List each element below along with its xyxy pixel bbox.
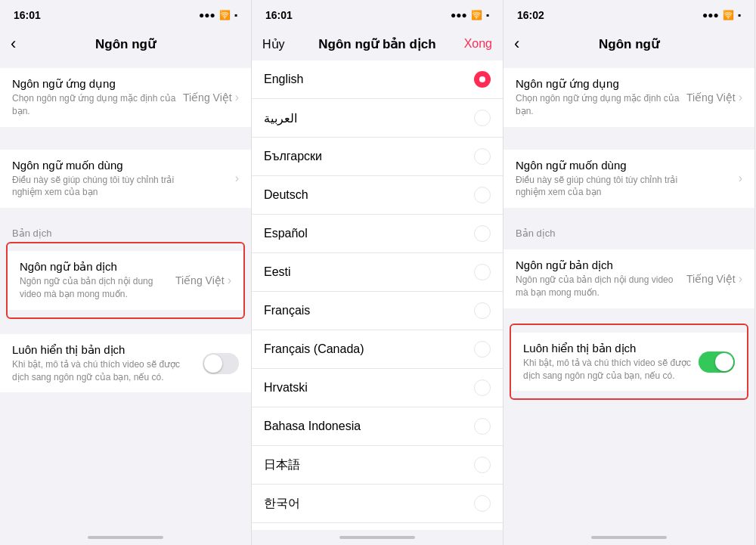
lang-name-francais-ca: Français (Canada) bbox=[264, 342, 364, 356]
lang-item-bulgarian[interactable]: Български bbox=[252, 138, 503, 176]
lang-item-lithuanian[interactable]: Lietuvių bbox=[252, 523, 503, 530]
radio-eesti[interactable] bbox=[474, 264, 491, 280]
lang-name-francais: Français bbox=[264, 304, 310, 317]
nav-title-2: Ngôn ngữ bản dịch bbox=[318, 36, 435, 52]
always-show-row: Luôn hiển thị bản dịch Khi bật, mô tả và… bbox=[0, 334, 251, 393]
radio-bahasa[interactable] bbox=[474, 418, 491, 435]
radio-korean[interactable] bbox=[474, 495, 491, 512]
lang-item-japanese[interactable]: 日本語 bbox=[252, 446, 503, 485]
home-indicator-2 bbox=[252, 530, 503, 545]
time-1: 16:01 bbox=[14, 9, 41, 21]
app-language-value: Tiếng Việt bbox=[183, 91, 232, 104]
app-language-row-3[interactable]: Ngôn ngữ ứng dụng Chọn ngôn ngữ ứng dụng… bbox=[503, 68, 754, 127]
panel-3: 16:02 ●●● 🛜 ▪ ‹ Ngôn ngữ Ngôn ngữ ứng dụ… bbox=[503, 0, 755, 545]
nav-bar-3: ‹ Ngôn ngữ bbox=[503, 27, 754, 60]
radio-english[interactable] bbox=[474, 71, 491, 88]
status-bar-2: 16:01 ●●● 🛜 ▪ bbox=[252, 0, 503, 27]
translation-language-chevron-3: › bbox=[739, 272, 742, 286]
preferred-language-section: Ngôn ngữ muốn dùng Điều này sẽ giúp chún… bbox=[0, 150, 251, 209]
nav-bar-2: Hủy Ngôn ngữ bản dịch Xong bbox=[252, 27, 503, 60]
translation-label-1: Bản dịch bbox=[0, 223, 251, 242]
lang-item-francais-ca[interactable]: Français (Canada) bbox=[252, 330, 503, 369]
translation-language-section-3: Ngôn ngữ bản dịch Ngôn ngữ của bản dịch … bbox=[503, 249, 754, 308]
signal-icon-2: ●●● bbox=[451, 10, 467, 20]
radio-hrvatski[interactable] bbox=[474, 379, 491, 396]
always-show-left-3: Luôn hiển thị bản dịch Khi bật, mô tả và… bbox=[523, 342, 699, 382]
radio-deutsch[interactable] bbox=[474, 187, 491, 203]
app-language-value-3: Tiếng Việt bbox=[686, 91, 736, 104]
radio-espanol[interactable] bbox=[474, 225, 491, 242]
battery-icon-2: ▪ bbox=[486, 10, 489, 20]
always-show-subtitle-3: Khi bật, mô tả và chú thích video sẽ đượ… bbox=[523, 357, 699, 382]
app-language-right: Tiếng Việt › bbox=[183, 91, 239, 104]
lang-name-hrvatski: Hrvatski bbox=[264, 381, 308, 395]
radio-francais[interactable] bbox=[474, 302, 491, 319]
gap-1 bbox=[0, 135, 251, 142]
status-bar-3: 16:02 ●●● 🛜 ▪ bbox=[503, 0, 754, 27]
status-icons-2: ●●● 🛜 ▪ bbox=[451, 10, 489, 20]
preferred-language-left: Ngôn ngữ muốn dùng Điều này sẽ giúp chún… bbox=[12, 159, 235, 200]
language-list: English العربية Български Deutsch Españo… bbox=[252, 60, 503, 530]
lang-name-arabic: العربية bbox=[264, 111, 297, 125]
app-language-title: Ngôn ngữ ứng dụng bbox=[12, 77, 183, 91]
lang-item-korean[interactable]: 한국어 bbox=[252, 485, 503, 523]
translation-language-row[interactable]: Ngôn ngữ bản dịch Ngôn ngữ của bản dịch … bbox=[8, 251, 243, 310]
always-show-toggle-1[interactable] bbox=[203, 353, 239, 374]
gap-3 bbox=[0, 319, 251, 327]
lang-item-arabic[interactable]: العربية bbox=[252, 99, 503, 138]
always-show-highlight-box: Luôn hiển thị bản dịch Khi bật, mô tả và… bbox=[510, 324, 748, 401]
cancel-button[interactable]: Hủy bbox=[262, 37, 285, 51]
lang-item-deutsch[interactable]: Deutsch bbox=[252, 176, 503, 215]
signal-icon-1: ●●● bbox=[199, 10, 215, 20]
home-indicator-3 bbox=[503, 530, 754, 545]
translation-language-left-3: Ngôn ngữ bản dịch Ngôn ngữ của bản dịch … bbox=[516, 259, 686, 299]
lang-name-korean: 한국어 bbox=[264, 496, 300, 512]
always-show-left: Luôn hiển thị bản dịch Khi bật, mô tả và… bbox=[12, 343, 203, 384]
nav-bar-1: ‹ Ngôn ngữ bbox=[0, 27, 251, 60]
lang-item-bahasa[interactable]: Bahasa Indonesia bbox=[252, 407, 503, 446]
always-show-row-3: Luôn hiển thị bản dịch Khi bật, mô tả và… bbox=[511, 333, 747, 392]
translation-language-right: Tiếng Việt › bbox=[175, 274, 231, 287]
content-2: English العربية Български Deutsch Españo… bbox=[252, 60, 503, 530]
lang-item-english[interactable]: English bbox=[252, 60, 503, 99]
radio-francais-ca[interactable] bbox=[474, 341, 491, 358]
back-button-1[interactable]: ‹ bbox=[11, 34, 16, 54]
translation-label-3: Bản dịch bbox=[503, 223, 754, 242]
lang-item-eesti[interactable]: Eesti bbox=[252, 253, 503, 292]
always-show-toggle-3[interactable] bbox=[699, 351, 735, 373]
translation-language-row-3[interactable]: Ngôn ngữ bản dịch Ngôn ngữ của bản dịch … bbox=[503, 249, 754, 308]
preferred-language-row-3[interactable]: Ngôn ngữ muốn dùng Điều này sẽ giúp chún… bbox=[503, 150, 754, 209]
lang-name-japanese: 日本語 bbox=[264, 457, 300, 473]
radio-arabic[interactable] bbox=[474, 110, 491, 126]
status-icons-1: ●●● 🛜 ▪ bbox=[199, 10, 237, 20]
lang-name-english: English bbox=[264, 73, 303, 86]
lang-item-hrvatski[interactable]: Hrvatski bbox=[252, 369, 503, 407]
preferred-language-right-3: › bbox=[739, 172, 742, 185]
preferred-language-subtitle-3: Điều này sẽ giúp chúng tôi tùy chỉnh trả… bbox=[516, 174, 697, 200]
status-icons-3: ●●● 🛜 ▪ bbox=[702, 10, 741, 20]
app-language-row[interactable]: Ngôn ngữ ứng dụng Chọn ngôn ngữ ứng dụng… bbox=[0, 68, 251, 127]
app-language-left: Ngôn ngữ ứng dụng Chọn ngôn ngữ ứng dụng… bbox=[12, 77, 183, 118]
status-bar-1: 16:01 ●●● 🛜 ▪ bbox=[0, 0, 251, 27]
back-button-3[interactable]: ‹ bbox=[514, 34, 519, 54]
gap-5 bbox=[503, 215, 754, 223]
lang-name-espanol: Español bbox=[264, 227, 308, 240]
preferred-language-row[interactable]: Ngôn ngữ muốn dùng Điều này sẽ giúp chún… bbox=[0, 150, 251, 209]
preferred-language-left-3: Ngôn ngữ muốn dùng Điều này sẽ giúp chún… bbox=[516, 159, 739, 200]
translation-language-section: Ngôn ngữ bản dịch Ngôn ngữ của bản dịch … bbox=[8, 251, 243, 310]
always-show-section-3: Luôn hiển thị bản dịch Khi bật, mô tả và… bbox=[511, 333, 747, 392]
app-language-title-3: Ngôn ngữ ứng dụng bbox=[516, 77, 686, 91]
radio-bulgarian[interactable] bbox=[474, 148, 491, 165]
app-language-chevron-3: › bbox=[739, 91, 742, 104]
lang-item-espanol[interactable]: Español bbox=[252, 215, 503, 253]
translation-language-value-3: Tiếng Việt bbox=[686, 273, 736, 285]
always-show-title-3: Luôn hiển thị bản dịch bbox=[523, 342, 699, 355]
always-show-title: Luôn hiển thị bản dịch bbox=[12, 343, 203, 357]
home-bar-1 bbox=[88, 536, 163, 539]
gap-4 bbox=[503, 135, 754, 142]
radio-japanese[interactable] bbox=[474, 457, 491, 473]
lang-item-francais[interactable]: Français bbox=[252, 292, 503, 330]
done-button[interactable]: Xong bbox=[464, 37, 492, 51]
home-bar-3 bbox=[591, 536, 667, 539]
app-language-right-3: Tiếng Việt › bbox=[686, 91, 742, 104]
